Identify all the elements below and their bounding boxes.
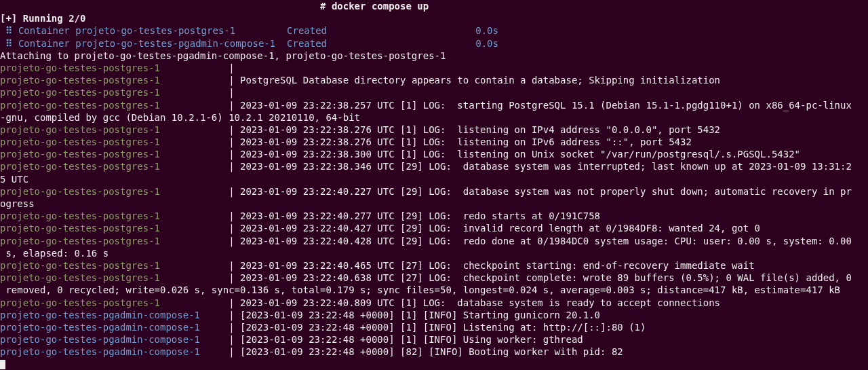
container-pad bbox=[327, 25, 475, 36]
log-separator: | bbox=[217, 236, 240, 246]
log-line-15: projeto-go-testes-pgadmin-compose-1 | [2… bbox=[0, 309, 868, 321]
terminal-output[interactable]: # docker compose up[+] Running 2/0 ⠿ Con… bbox=[0, 0, 868, 370]
log-line-4: projeto-go-testes-postgres-1 | 2023-01-0… bbox=[0, 124, 868, 136]
attaching-line: Attaching to projeto-go-testes-pgadmin-c… bbox=[0, 50, 868, 62]
log-message: 2023-01-09 23:22:38.300 UTC [1] LOG: lis… bbox=[240, 149, 800, 160]
log-line-16: projeto-go-testes-pgadmin-compose-1 | [2… bbox=[0, 321, 868, 333]
log-line-6: projeto-go-testes-postgres-1 | 2023-01-0… bbox=[0, 148, 868, 160]
log-message: 2023-01-09 23:22:40.427 UTC [29] LOG: in… bbox=[240, 223, 760, 234]
log-separator: | bbox=[217, 75, 240, 86]
log-message: 2023-01-09 23:22:40.277 UTC [29] LOG: re… bbox=[240, 210, 600, 221]
service-name: projeto-go-testes-postgres-1 bbox=[0, 161, 217, 172]
service-name: projeto-go-testes-postgres-1 bbox=[0, 186, 217, 197]
container-pad bbox=[327, 38, 475, 49]
log-line-7: projeto-go-testes-postgres-1 | 2023-01-0… bbox=[0, 160, 868, 172]
log-separator: | bbox=[217, 136, 240, 147]
container-time: 0.0s bbox=[475, 25, 498, 36]
attaching-text: Attaching to projeto-go-testes-pgadmin-c… bbox=[0, 50, 446, 61]
container-label: Container projeto-go-testes-postgres-1 bbox=[18, 25, 287, 36]
service-name: projeto-go-testes-postgres-1 bbox=[0, 236, 217, 246]
log-separator: | bbox=[217, 223, 240, 234]
log-message: [2023-01-09 23:22:48 +0000] [82] [INFO] … bbox=[240, 346, 623, 357]
log-line-13-wrap: removed, 0 recycled; write=0.026 s, sync… bbox=[0, 284, 868, 296]
log-message: 2023-01-09 23:22:38.346 UTC [29] LOG: da… bbox=[240, 161, 852, 172]
log-message: 2023-01-09 23:22:38.276 UTC [1] LOG: lis… bbox=[240, 136, 692, 147]
log-line-11-wrap: s, elapsed: 0.16 s bbox=[0, 247, 868, 259]
container-time: 0.0s bbox=[475, 38, 498, 49]
running-line: [+] Running 2/0 bbox=[0, 12, 868, 24]
container-line-1: ⠿ Container projeto-go-testes-pgadmin-co… bbox=[0, 37, 868, 50]
log-separator: | bbox=[217, 161, 240, 172]
log-line-8: projeto-go-testes-postgres-1 | 2023-01-0… bbox=[0, 185, 868, 198]
log-separator: | bbox=[217, 334, 240, 345]
log-line-3: projeto-go-testes-postgres-1 | 2023-01-0… bbox=[0, 99, 868, 111]
log-separator: | bbox=[217, 322, 240, 333]
log-message-wrap: 5 UTC bbox=[0, 174, 28, 185]
log-line-3-wrap: -gnu, compiled by gcc (Debian 10.2.1-6) … bbox=[0, 111, 868, 124]
container-indicator: ⠿ bbox=[0, 38, 18, 49]
log-line-1: projeto-go-testes-postgres-1 | PostgreSQ… bbox=[0, 74, 868, 86]
service-name: projeto-go-testes-pgadmin-compose-1 bbox=[0, 310, 217, 320]
log-separator: | bbox=[217, 260, 240, 271]
log-separator: | bbox=[217, 346, 240, 357]
service-name: projeto-go-testes-postgres-1 bbox=[0, 100, 217, 111]
container-status: Created bbox=[287, 38, 327, 49]
container-label: Container projeto-go-testes-pgadmin-comp… bbox=[18, 38, 287, 49]
log-line-7-wrap: 5 UTC bbox=[0, 173, 868, 185]
log-message: 2023-01-09 23:22:40.638 UTC [27] LOG: ch… bbox=[240, 272, 852, 283]
service-name: projeto-go-testes-postgres-1 bbox=[0, 136, 217, 147]
log-line-9: projeto-go-testes-postgres-1 | 2023-01-0… bbox=[0, 210, 868, 222]
service-name: projeto-go-testes-pgadmin-compose-1 bbox=[0, 322, 217, 333]
service-name: projeto-go-testes-postgres-1 bbox=[0, 297, 217, 308]
log-line-0: projeto-go-testes-postgres-1 | bbox=[0, 62, 868, 74]
log-message: [2023-01-09 23:22:48 +0000] [1] [INFO] U… bbox=[240, 334, 583, 345]
log-message: 2023-01-09 23:22:40.428 UTC [29] LOG: re… bbox=[240, 236, 852, 246]
log-separator: | bbox=[217, 124, 240, 135]
log-separator: | bbox=[217, 87, 240, 98]
log-separator: | bbox=[217, 62, 240, 73]
log-message: 2023-01-09 23:22:40.809 UTC [1] LOG: dat… bbox=[240, 297, 720, 308]
log-separator: | bbox=[217, 186, 240, 197]
header-line: # docker compose up bbox=[0, 0, 868, 12]
terminal-cursor bbox=[0, 360, 5, 369]
service-name: projeto-go-testes-postgres-1 bbox=[0, 223, 217, 234]
log-message: 2023-01-09 23:22:40.227 UTC [29] LOG: da… bbox=[240, 186, 852, 197]
log-separator: | bbox=[217, 100, 240, 111]
service-name: projeto-go-testes-postgres-1 bbox=[0, 124, 217, 135]
log-line-12: projeto-go-testes-postgres-1 | 2023-01-0… bbox=[0, 259, 868, 272]
log-message: 2023-01-09 23:22:40.465 UTC [27] LOG: ch… bbox=[240, 260, 755, 271]
log-line-8-wrap: ogress bbox=[0, 198, 868, 210]
service-name: projeto-go-testes-postgres-1 bbox=[0, 87, 217, 98]
container-status: Created bbox=[287, 25, 327, 36]
log-separator: | bbox=[217, 149, 240, 160]
log-message: 2023-01-09 23:22:38.276 UTC [1] LOG: lis… bbox=[240, 124, 720, 135]
header-prefix: # bbox=[0, 1, 332, 12]
log-message: PostgreSQL Database directory appears to… bbox=[240, 75, 720, 86]
log-message-wrap: -gnu, compiled by gcc (Debian 10.2.1-6) … bbox=[0, 112, 360, 123]
log-line-2: projeto-go-testes-postgres-1 | bbox=[0, 86, 868, 98]
log-separator: | bbox=[217, 297, 240, 308]
header-command: docker compose up bbox=[332, 1, 429, 12]
log-message-wrap: ogress bbox=[0, 198, 35, 209]
service-name: projeto-go-testes-postgres-1 bbox=[0, 149, 217, 160]
service-name: projeto-go-testes-pgadmin-compose-1 bbox=[0, 334, 217, 345]
log-line-18: projeto-go-testes-pgadmin-compose-1 | [2… bbox=[0, 346, 868, 358]
cursor-line bbox=[0, 358, 868, 370]
log-line-11: projeto-go-testes-postgres-1 | 2023-01-0… bbox=[0, 235, 868, 247]
running-status: [+] Running 2/0 bbox=[0, 13, 85, 24]
log-line-5: projeto-go-testes-postgres-1 | 2023-01-0… bbox=[0, 136, 868, 148]
service-name: projeto-go-testes-postgres-1 bbox=[0, 210, 217, 221]
log-message-wrap: s, elapsed: 0.16 s bbox=[0, 248, 108, 259]
container-indicator: ⠿ bbox=[0, 25, 18, 36]
service-name: projeto-go-testes-postgres-1 bbox=[0, 260, 217, 271]
service-name: projeto-go-testes-pgadmin-compose-1 bbox=[0, 346, 217, 357]
log-line-14: projeto-go-testes-postgres-1 | 2023-01-0… bbox=[0, 297, 868, 309]
log-separator: | bbox=[217, 310, 240, 320]
log-message-wrap: removed, 0 recycled; write=0.026 s, sync… bbox=[0, 284, 840, 295]
service-name: projeto-go-testes-postgres-1 bbox=[0, 62, 217, 73]
log-line-10: projeto-go-testes-postgres-1 | 2023-01-0… bbox=[0, 222, 868, 234]
log-message: [2023-01-09 23:22:48 +0000] [1] [INFO] S… bbox=[240, 310, 600, 320]
log-message: [2023-01-09 23:22:48 +0000] [1] [INFO] L… bbox=[240, 322, 646, 333]
log-line-13: projeto-go-testes-postgres-1 | 2023-01-0… bbox=[0, 272, 868, 284]
log-separator: | bbox=[217, 210, 240, 221]
